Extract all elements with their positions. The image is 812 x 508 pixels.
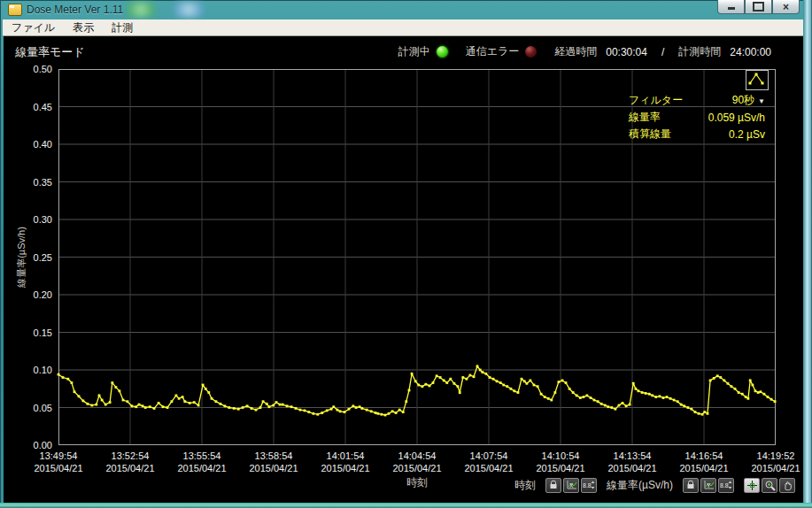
close-button[interactable]: × bbox=[772, 0, 800, 14]
cursor-tool-button[interactable] bbox=[744, 478, 760, 493]
desktop-reflection bbox=[174, 2, 204, 18]
svg-text:13:58:54: 13:58:54 bbox=[255, 450, 293, 461]
svg-text:0.45: 0.45 bbox=[34, 102, 52, 112]
x-autoscale-button[interactable]: X bbox=[563, 478, 579, 493]
svg-text:0.05: 0.05 bbox=[34, 403, 52, 413]
svg-text:14:16:54: 14:16:54 bbox=[685, 450, 723, 461]
maximize-icon bbox=[753, 2, 764, 12]
svg-text:14:19:52: 14:19:52 bbox=[757, 450, 795, 461]
svg-text:0.50: 0.50 bbox=[34, 64, 52, 74]
y-lock-button[interactable] bbox=[683, 478, 699, 493]
svg-text:2015/04/21: 2015/04/21 bbox=[34, 463, 82, 473]
svg-text:2015/04/21: 2015/04/21 bbox=[607, 463, 656, 473]
window-border-right bbox=[803, 0, 812, 508]
svg-text:2015/04/21: 2015/04/21 bbox=[679, 463, 728, 473]
menu-item-file[interactable]: ファイル bbox=[3, 19, 64, 36]
autoscale-y-icon: Y bbox=[703, 480, 715, 490]
format-y-icon: 8.8 bbox=[720, 480, 733, 490]
svg-text:2015/04/21: 2015/04/21 bbox=[751, 463, 800, 473]
info-panel: フィルター 90秒▼ 線量率 0.059 µSv/h 積算線量 0.2 µSv bbox=[629, 92, 772, 142]
svg-text:0.15: 0.15 bbox=[34, 327, 52, 338]
svg-text:0.40: 0.40 bbox=[34, 139, 52, 150]
y-format-button[interactable]: 8.8 bbox=[718, 478, 734, 493]
titlebar[interactable]: Dose Meter Ver 1.11 × bbox=[0, 0, 812, 19]
svg-text:2015/04/21: 2015/04/21 bbox=[105, 463, 154, 473]
svg-text:0.20: 0.20 bbox=[34, 289, 52, 300]
toolbar-rate-label: 線量率(µSv/h) bbox=[607, 478, 673, 493]
svg-text:2015/04/21: 2015/04/21 bbox=[464, 463, 513, 473]
crosshair-icon bbox=[746, 480, 758, 491]
accumulated-dose-label: 積算線量 bbox=[629, 127, 671, 142]
autoscale-x-icon: X bbox=[566, 480, 577, 490]
filter-label: フィルター bbox=[629, 93, 683, 108]
window-title: Dose Meter Ver 1.11 bbox=[27, 4, 123, 16]
client-area: 線量率モード 計測中 通信エラー 経過時間 00:30:04 / 計測時間 24… bbox=[4, 36, 803, 503]
lock-icon bbox=[685, 480, 696, 490]
lock-icon bbox=[548, 480, 559, 490]
close-icon: × bbox=[783, 2, 789, 12]
svg-text:X: X bbox=[569, 482, 574, 489]
x-scale-legend: X 8.8 bbox=[545, 478, 597, 493]
filter-value[interactable]: 90秒▼ bbox=[732, 93, 772, 108]
maximize-button[interactable] bbox=[745, 0, 772, 14]
svg-text:2015/04/21: 2015/04/21 bbox=[536, 463, 584, 473]
svg-text:0.30: 0.30 bbox=[34, 214, 52, 225]
svg-text:14:01:54: 14:01:54 bbox=[327, 450, 365, 461]
svg-text:8.8: 8.8 bbox=[583, 482, 592, 489]
plot-legend-icon[interactable] bbox=[746, 70, 769, 90]
y-scale-legend: Y 8.8 bbox=[683, 478, 734, 493]
svg-text:2015/04/21: 2015/04/21 bbox=[177, 463, 226, 473]
menu-item-measure[interactable]: 計測 bbox=[103, 19, 142, 36]
svg-text:0.00: 0.00 bbox=[34, 440, 52, 450]
dose-rate-label: 線量率 bbox=[629, 110, 661, 125]
chevron-down-icon[interactable]: ▼ bbox=[758, 97, 765, 105]
magnifier-icon bbox=[764, 480, 776, 491]
window-border-bottom bbox=[0, 503, 812, 508]
svg-text:0.10: 0.10 bbox=[34, 365, 52, 375]
svg-text:線量率(µSv/h): 線量率(µSv/h) bbox=[16, 227, 27, 289]
pan-tool-button[interactable] bbox=[779, 478, 795, 493]
svg-text:13:52:54: 13:52:54 bbox=[112, 450, 150, 461]
app-icon bbox=[8, 4, 22, 16]
menu-item-view[interactable]: 表示 bbox=[64, 19, 103, 36]
toolbar-time-label: 時刻 bbox=[514, 478, 536, 493]
svg-text:13:55:54: 13:55:54 bbox=[183, 450, 221, 461]
menubar: ファイル 表示 計測 bbox=[3, 19, 803, 36]
svg-text:0.25: 0.25 bbox=[34, 252, 52, 263]
x-lock-button[interactable] bbox=[545, 478, 561, 493]
svg-text:2015/04/21: 2015/04/21 bbox=[392, 463, 441, 473]
y-autoscale-button[interactable]: Y bbox=[700, 478, 716, 493]
svg-text:14:13:54: 14:13:54 bbox=[614, 450, 652, 461]
svg-text:8.8: 8.8 bbox=[720, 482, 729, 489]
svg-text:14:10:54: 14:10:54 bbox=[542, 450, 580, 461]
svg-text:0.35: 0.35 bbox=[34, 177, 52, 188]
svg-text:14:07:54: 14:07:54 bbox=[470, 450, 508, 461]
svg-text:13:49:54: 13:49:54 bbox=[40, 450, 78, 461]
x-format-button[interactable]: 8.8 bbox=[581, 478, 597, 493]
svg-text:2015/04/21: 2015/04/21 bbox=[321, 463, 369, 473]
svg-text:Y: Y bbox=[707, 482, 711, 489]
graph-toolbar: 時刻 X 8.8 線量率(µSv/h) Y bbox=[4, 475, 803, 495]
dose-rate-value: 0.059 µSv/h bbox=[708, 112, 772, 124]
zoom-tool-button[interactable] bbox=[762, 478, 777, 493]
minimize-button[interactable] bbox=[717, 0, 745, 14]
svg-text:14:04:54: 14:04:54 bbox=[398, 450, 437, 461]
app-window: Dose Meter Ver 1.11 × ファイル 表示 計測 線量率モード … bbox=[0, 0, 812, 508]
graph-palette bbox=[744, 478, 795, 493]
desktop-reflection bbox=[126, 2, 156, 18]
accumulated-dose-value: 0.2 µSv bbox=[729, 128, 772, 141]
format-x-icon: 8.8 bbox=[583, 480, 596, 490]
hand-icon bbox=[782, 480, 793, 491]
minimize-icon bbox=[728, 7, 735, 10]
svg-text:2015/04/21: 2015/04/21 bbox=[249, 463, 298, 473]
